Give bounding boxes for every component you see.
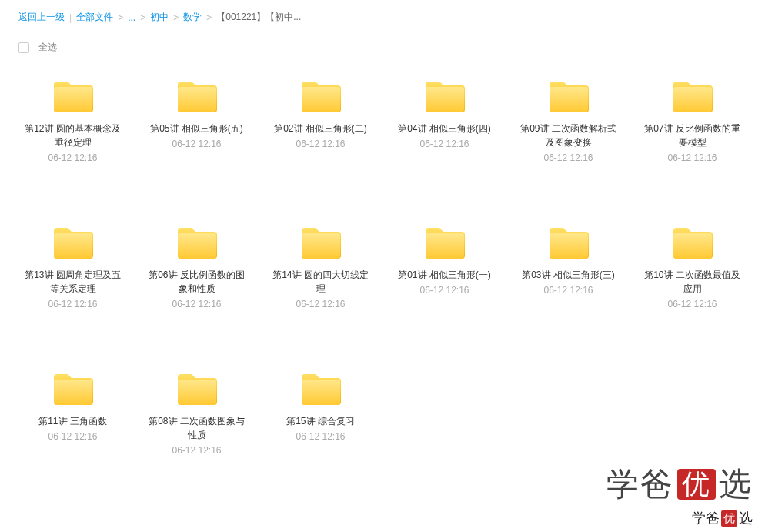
folder-date: 06-12 12:16 — [419, 139, 469, 149]
folder-name: 第14讲 圆的四大切线定理 — [271, 268, 371, 296]
folder-date: 06-12 12:16 — [296, 299, 345, 309]
folder-date: 06-12 12:16 — [48, 299, 97, 309]
folder-item[interactable]: 第09讲 二次函数解析式及图象变换06-12 12:16 — [509, 79, 627, 163]
chevron-right-icon: > — [206, 12, 212, 23]
folder-date: 06-12 12:16 — [667, 299, 717, 309]
folder-icon — [299, 371, 342, 407]
folder-item[interactable]: 第11讲 三角函数06-12 12:16 — [14, 371, 132, 456]
select-all-row: 全选 — [0, 30, 765, 59]
folder-item[interactable]: 第02讲 相似三角形(二)06-12 12:16 — [262, 79, 379, 163]
folder-icon — [52, 225, 95, 260]
watermark: 学爸优选 — [606, 463, 753, 506]
folder-date: 06-12 12:16 — [48, 431, 97, 442]
folder-item[interactable]: 第05讲 相似三角形(五)06-12 12:16 — [138, 79, 256, 163]
folder-name: 第02讲 相似三角形(二) — [274, 122, 367, 136]
breadcrumb: 返回上一级 | 全部文件 > ... > 初中 > 数学 > 【001221】【… — [0, 0, 765, 30]
folder-name: 第08讲 二次函数图象与性质 — [147, 414, 247, 442]
watermark-small: 学爸优选 — [692, 509, 753, 527]
folder-item[interactable]: 第03讲 相似三角形(三)06-12 12:16 — [509, 225, 627, 309]
folder-name: 第11讲 三角函数 — [38, 414, 107, 428]
folder-icon — [671, 79, 714, 114]
folder-item[interactable]: 第04讲 相似三角形(四)06-12 12:16 — [386, 79, 503, 163]
folder-item[interactable]: 第07讲 反比例函数的重要模型06-12 12:16 — [633, 79, 751, 163]
folder-date: 06-12 12:16 — [543, 152, 593, 163]
select-all-checkbox[interactable] — [18, 42, 29, 53]
folder-date: 06-12 12:16 — [543, 285, 593, 296]
folder-name: 第15讲 综合复习 — [286, 414, 355, 428]
folder-name: 第13讲 圆周角定理及五等关系定理 — [23, 268, 123, 296]
folder-item[interactable]: 第08讲 二次函数图象与性质06-12 12:16 — [138, 371, 256, 456]
folder-date: 06-12 12:16 — [419, 285, 469, 296]
folder-date: 06-12 12:16 — [667, 152, 717, 163]
folder-name: 第07讲 反比例函数的重要模型 — [643, 122, 743, 149]
chevron-right-icon: > — [118, 12, 123, 23]
folder-date: 06-12 12:16 — [172, 299, 221, 309]
folder-icon — [671, 225, 714, 260]
breadcrumb-ellipsis[interactable]: ... — [128, 12, 135, 23]
folder-date: 06-12 12:16 — [172, 139, 221, 149]
breadcrumb-all-files[interactable]: 全部文件 — [76, 11, 113, 24]
folder-name: 第04讲 相似三角形(四) — [398, 122, 491, 136]
folder-name: 第05讲 相似三角形(五) — [150, 122, 243, 136]
folder-icon — [299, 225, 342, 260]
folder-name: 第12讲 圆的基本概念及垂径定理 — [23, 122, 123, 149]
folder-icon — [547, 225, 590, 260]
folder-icon — [175, 225, 219, 260]
breadcrumb-level1[interactable]: 初中 — [150, 11, 169, 24]
folder-icon — [52, 371, 95, 407]
folder-item[interactable]: 第10讲 二次函数最值及应用06-12 12:16 — [633, 225, 751, 309]
folder-icon — [299, 79, 342, 114]
folder-grid: 第12讲 圆的基本概念及垂径定理06-12 12:16 第05讲 相似三角形(五… — [0, 59, 765, 463]
folder-name: 第01讲 相似三角形(一) — [398, 268, 491, 282]
folder-icon — [175, 371, 219, 407]
select-all-label: 全选 — [38, 41, 57, 54]
folder-icon — [423, 79, 466, 114]
folder-date: 06-12 12:16 — [172, 445, 221, 456]
folder-date: 06-12 12:16 — [48, 152, 97, 163]
folder-item[interactable]: 第14讲 圆的四大切线定理06-12 12:16 — [262, 225, 379, 309]
breadcrumb-back[interactable]: 返回上一级 — [18, 11, 65, 24]
folder-name: 第09讲 二次函数解析式及图象变换 — [519, 122, 619, 149]
folder-item[interactable]: 第13讲 圆周角定理及五等关系定理06-12 12:16 — [14, 225, 132, 309]
breadcrumb-separator: | — [69, 12, 72, 23]
folder-name: 第06讲 反比例函数的图象和性质 — [147, 268, 247, 296]
folder-icon — [423, 225, 466, 260]
folder-item[interactable]: 第01讲 相似三角形(一)06-12 12:16 — [386, 225, 503, 309]
folder-item[interactable]: 第12讲 圆的基本概念及垂径定理06-12 12:16 — [14, 79, 132, 163]
folder-item[interactable]: 第06讲 反比例函数的图象和性质06-12 12:16 — [138, 225, 256, 309]
chevron-right-icon: > — [173, 12, 179, 23]
folder-icon — [175, 79, 219, 114]
folder-date: 06-12 12:16 — [296, 139, 345, 149]
breadcrumb-current: 【001221】【初中... — [216, 11, 301, 24]
chevron-right-icon: > — [140, 12, 145, 23]
folder-name: 第03讲 相似三角形(三) — [522, 268, 615, 282]
breadcrumb-level2[interactable]: 数学 — [183, 11, 202, 24]
folder-date: 06-12 12:16 — [296, 431, 345, 442]
folder-icon — [547, 79, 590, 114]
folder-name: 第10讲 二次函数最值及应用 — [643, 268, 743, 296]
folder-item[interactable]: 第15讲 综合复习06-12 12:16 — [262, 371, 379, 456]
folder-icon — [52, 79, 95, 114]
